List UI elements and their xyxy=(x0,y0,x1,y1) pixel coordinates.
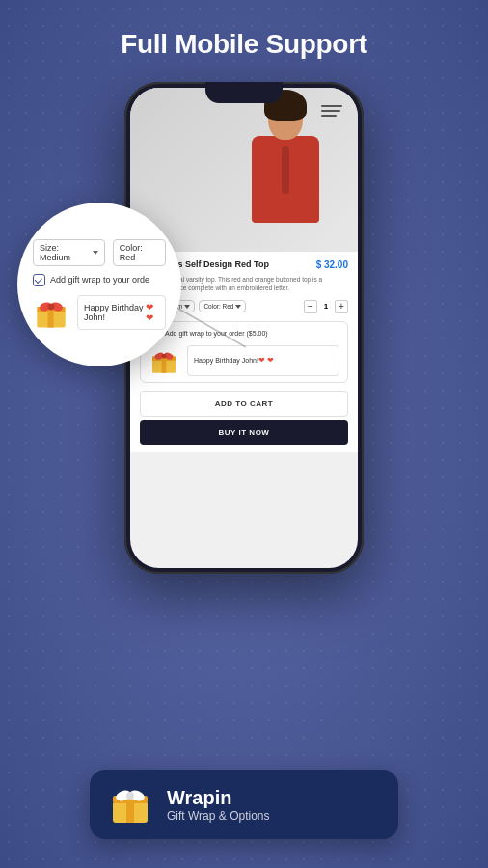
mag-heart-icons: ❤ ❤ xyxy=(146,302,159,323)
mag-gift-message[interactable]: Happy Birthday John! ❤ ❤ xyxy=(77,295,166,330)
model-head xyxy=(268,97,303,140)
mag-message-text: Happy Birthday John! xyxy=(84,303,146,322)
color-selector[interactable]: Color: Red xyxy=(199,300,246,312)
mag-size-arrow xyxy=(93,251,98,255)
svg-rect-2 xyxy=(162,356,167,373)
gift-wrap-section: Add gift wrap to your order ($5.00) xyxy=(140,321,348,383)
mag-checkbox-checkmark xyxy=(35,275,42,283)
buy-now-button[interactable]: BUY IT NOW xyxy=(140,420,348,445)
gift-box-icon xyxy=(149,345,179,376)
model-figure xyxy=(232,97,339,252)
menu-line xyxy=(321,115,337,117)
banner-gift-icon xyxy=(109,783,151,826)
svg-point-11 xyxy=(48,303,55,310)
product-price: $ 32.00 xyxy=(316,259,348,270)
mag-size-selector[interactable]: Size: Medium xyxy=(33,239,105,266)
banner-text: Wrapin Gift Wrap & Options xyxy=(167,786,269,823)
heart-icons: ❤ ❤ xyxy=(258,356,274,365)
quantity-increase[interactable]: + xyxy=(335,300,348,313)
gift-wrap-label: Add gift wrap to your order ($5.00) xyxy=(165,330,268,337)
bottom-banner[interactable]: Wrapin Gift Wrap & Options xyxy=(90,770,398,839)
menu-line xyxy=(321,110,340,112)
gift-wrap-header: Add gift wrap to your order ($5.00) xyxy=(149,328,339,339)
page-title: Full Mobile Support xyxy=(0,0,488,60)
banner-title: Wrapin xyxy=(167,786,269,809)
mag-gift-label: Add gift wrap to your orde xyxy=(50,275,149,285)
quantity-control: − 1 + xyxy=(304,300,348,313)
quantity-decrease[interactable]: − xyxy=(304,300,317,313)
mag-options-row: Size: Medium Color: Red xyxy=(33,239,166,266)
gift-wrap-body: Happy Birthday John! ❤ ❤ xyxy=(149,345,339,376)
gift-message-input[interactable]: Happy Birthday John! ❤ ❤ xyxy=(187,345,339,376)
mag-color-selector[interactable]: Color: Red xyxy=(113,239,166,266)
gift-message-text: Happy Birthday John! xyxy=(194,357,258,364)
svg-rect-15 xyxy=(126,796,134,823)
mag-gift-wrap-header: Add gift wrap to your orde xyxy=(33,274,166,286)
connection-line xyxy=(178,309,256,311)
phone-notch xyxy=(205,82,283,103)
mag-size-label: Size: Medium xyxy=(40,243,90,262)
menu-icon[interactable] xyxy=(321,105,342,117)
svg-point-18 xyxy=(126,792,134,800)
mag-gift-checkbox[interactable] xyxy=(33,274,45,286)
mag-gift-box-icon xyxy=(33,294,69,331)
add-to-cart-button[interactable]: ADD TO CART xyxy=(140,391,348,417)
model-body xyxy=(252,136,319,223)
menu-line xyxy=(321,105,342,107)
magnified-view: Size: Medium Color: Red Add gift wrap to… xyxy=(17,203,181,366)
quantity-value: 1 xyxy=(321,302,331,311)
mag-color-label: Color: Red xyxy=(120,243,159,262)
mag-gift-body: Happy Birthday John! ❤ ❤ xyxy=(33,294,166,331)
svg-point-5 xyxy=(162,354,167,359)
banner-subtitle: Gift Wrap & Options xyxy=(167,809,269,823)
